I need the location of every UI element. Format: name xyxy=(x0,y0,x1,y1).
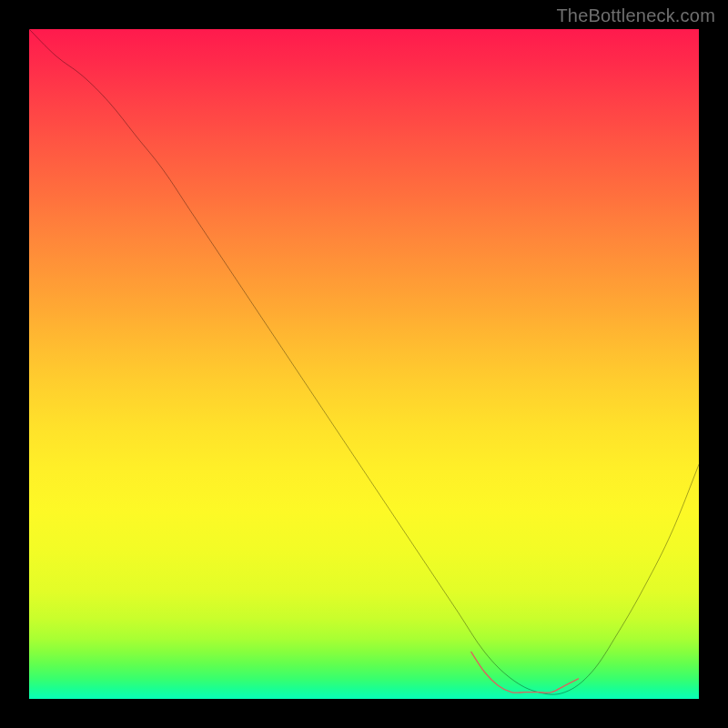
bottleneck-curve xyxy=(29,29,699,694)
highlight-min-segment xyxy=(471,652,579,693)
chart-frame: TheBottleneck.com xyxy=(0,0,728,728)
plot-area xyxy=(29,29,699,699)
watermark-text: TheBottleneck.com xyxy=(556,5,715,26)
curve-layer xyxy=(29,29,699,699)
